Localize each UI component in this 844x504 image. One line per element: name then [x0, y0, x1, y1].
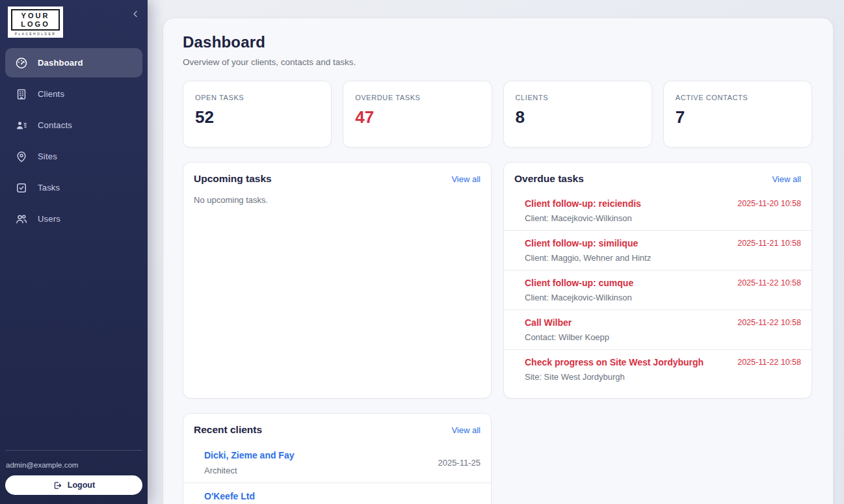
stat-card: OVERDUE TASKS 47 — [343, 81, 492, 148]
client-name-link[interactable]: Dicki, Zieme and Fay — [204, 450, 295, 460]
task-subtitle: Site: Site West Jordyburgh — [514, 372, 801, 382]
panel-title: Recent clients — [194, 424, 262, 436]
user-email: admin@example.com — [5, 461, 142, 469]
sidebar-item-sites[interactable]: Sites — [5, 142, 142, 171]
stat-value: 7 — [676, 107, 800, 127]
sidebar-item-label: Tasks — [38, 183, 60, 192]
empty-state-text: No upcoming tasks. — [183, 195, 491, 205]
recent-clients-row: Recent clients View all Dicki, Zieme and… — [183, 413, 812, 504]
sidebar-item-tasks[interactable]: Tasks — [5, 173, 142, 202]
task-list-item: Client follow-up: cumque 2025-11-22 10:5… — [504, 270, 811, 310]
task-subtitle: Client: Macejkovic-Wilkinson — [514, 293, 801, 302]
client-list-item: Dicki, Zieme and Fay Architect 2025-11-2… — [183, 442, 491, 483]
checkbox-icon — [14, 181, 28, 194]
overdue-task-list: Client follow-up: reiciendis 2025-11-20 … — [504, 191, 811, 389]
task-list-item: Client follow-up: reiciendis 2025-11-20 … — [504, 191, 811, 230]
task-list-item: Check progress on Site West Jordyburgh 2… — [504, 349, 811, 389]
upcoming-tasks-panel: Upcoming tasks View all No upcoming task… — [183, 162, 492, 399]
stat-value: 52 — [195, 107, 319, 127]
task-title-link[interactable]: Client follow-up: reiciendis — [525, 198, 641, 209]
task-list-item: Call Wilber 2025-11-22 10:58 Contact: Wi… — [504, 310, 811, 349]
logo-box: YOUR LOGO — [11, 9, 60, 31]
content-card: Dashboard Overview of your clients, cont… — [163, 18, 834, 504]
stat-label: OPEN TASKS — [195, 94, 319, 101]
page-title: Dashboard — [183, 33, 812, 51]
sidebar-collapse-button[interactable] — [128, 8, 142, 22]
task-panels-row: Upcoming tasks View all No upcoming task… — [183, 162, 812, 399]
client-info: O'Keefe Ltd — [204, 490, 255, 504]
client-date: 2025-11-25 — [438, 458, 481, 468]
task-due-date: 2025-11-21 10:58 — [737, 238, 801, 248]
logo-line2: LOGO — [14, 20, 57, 29]
stat-value: 8 — [516, 107, 640, 127]
overdue-view-all-link[interactable]: View all — [772, 174, 801, 184]
stat-label: OVERDUE TASKS — [355, 94, 479, 101]
gauge-icon — [14, 56, 28, 70]
overdue-tasks-panel: Overdue tasks View all Client follow-up:… — [503, 162, 812, 399]
sidebar-item-label: Sites — [38, 152, 57, 161]
sidebar-item-label: Users — [38, 214, 60, 224]
stat-card: ACTIVE CONTACTS 7 — [663, 81, 812, 148]
client-info: Dicki, Zieme and Fay Architect — [204, 449, 295, 475]
sidebar-item-label: Dashboard — [38, 58, 83, 68]
task-list-item: Client follow-up: similique 2025-11-21 1… — [504, 230, 811, 270]
client-subtitle: Architect — [204, 466, 295, 475]
sidebar-item-clients[interactable]: Clients — [5, 79, 142, 109]
panel-title: Overdue tasks — [514, 173, 584, 185]
logo-subtext: PLACEHOLDER — [11, 32, 60, 36]
users-icon — [14, 212, 28, 226]
sidebar-item-label: Clients — [38, 89, 64, 99]
sidebar-item-users[interactable]: Users — [5, 204, 142, 233]
panel-title: Upcoming tasks — [194, 173, 272, 185]
client-name-link[interactable]: O'Keefe Ltd — [204, 491, 255, 501]
task-due-date: 2025-11-22 10:58 — [737, 278, 801, 287]
sidebar-nav: Dashboard Clients Contacts Sites Tasks — [5, 48, 142, 233]
task-title-link[interactable]: Client follow-up: cumque — [525, 278, 633, 288]
task-due-date: 2025-11-20 10:58 — [737, 198, 801, 208]
map-pin-icon — [14, 150, 28, 163]
recent-clients-list: Dicki, Zieme and Fay Architect 2025-11-2… — [183, 442, 491, 504]
task-due-date: 2025-11-22 10:58 — [737, 357, 801, 367]
page-subtitle: Overview of your clients, contacts and t… — [183, 57, 812, 67]
stat-label: ACTIVE CONTACTS — [676, 94, 800, 101]
contact-card-icon — [14, 118, 28, 132]
recent-clients-view-all-link[interactable]: View all — [451, 425, 481, 435]
task-title-link[interactable]: Client follow-up: similique — [525, 238, 638, 248]
sidebar-item-label: Contacts — [38, 120, 72, 130]
task-subtitle: Client: Maggio, Wehner and Hintz — [514, 253, 801, 263]
logo: YOUR LOGO PLACEHOLDER — [8, 7, 63, 38]
task-subtitle: Contact: Wilber Koepp — [514, 332, 801, 342]
stat-value: 47 — [355, 107, 479, 127]
task-due-date: 2025-11-22 10:58 — [737, 317, 801, 327]
sidebar-item-dashboard[interactable]: Dashboard — [5, 48, 142, 77]
main-area: Dashboard Overview of your clients, cont… — [148, 0, 844, 504]
stat-card: CLIENTS 8 — [503, 81, 652, 148]
logout-button[interactable]: Logout — [5, 475, 142, 495]
logo-line1: YOUR — [14, 12, 57, 20]
sidebar: YOUR LOGO PLACEHOLDER Dashboard Clients … — [0, 0, 148, 504]
logout-label: Logout — [68, 481, 95, 490]
task-title-link[interactable]: Call Wilber — [525, 317, 572, 328]
client-list-item: O'Keefe Ltd — [183, 483, 491, 504]
task-title-link[interactable]: Check progress on Site West Jordyburgh — [525, 357, 704, 367]
logout-icon — [53, 481, 62, 490]
recent-clients-panel: Recent clients View all Dicki, Zieme and… — [183, 413, 492, 504]
stats-row: OPEN TASKS 52 OVERDUE TASKS 47 CLIENTS 8… — [183, 81, 812, 148]
building-icon — [14, 87, 28, 101]
stat-card: OPEN TASKS 52 — [183, 81, 332, 148]
chevron-left-icon — [131, 9, 140, 21]
task-subtitle: Client: Macejkovic-Wilkinson — [514, 213, 801, 223]
stat-label: CLIENTS — [516, 94, 640, 101]
sidebar-footer: admin@example.com Logout — [5, 450, 142, 495]
upcoming-view-all-link[interactable]: View all — [451, 174, 481, 184]
sidebar-item-contacts[interactable]: Contacts — [5, 111, 142, 140]
